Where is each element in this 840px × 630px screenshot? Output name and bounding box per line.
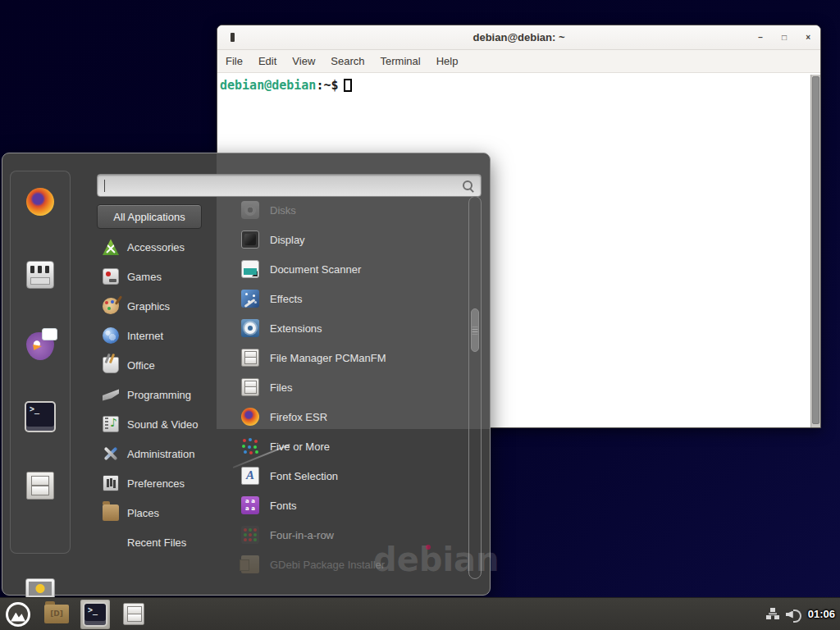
category-programming[interactable]: Programming [97, 380, 221, 409]
category-label: Graphics [127, 300, 170, 313]
app-effects[interactable]: Effects [241, 284, 469, 313]
category-recent-files[interactable]: Recent Files [97, 527, 221, 557]
volume-icon[interactable] [786, 608, 801, 621]
app-label: Four-in-a-row [270, 529, 334, 541]
app-disks[interactable]: Disks [241, 195, 469, 225]
document-scanner-icon [241, 260, 259, 278]
category-graphics[interactable]: Graphics [97, 291, 221, 321]
category-label: Recent Files [127, 536, 186, 549]
application-list: DisksDisplayDocument ScannerEffectsExten… [241, 195, 469, 579]
terminal-titlebar[interactable]: debian@debian: ~ −□× [217, 25, 820, 50]
favorite-firefox-icon[interactable] [26, 188, 54, 216]
app-label: Disks [270, 204, 296, 217]
app-extensions[interactable]: Extensions [241, 313, 469, 343]
app-label: Five or More [270, 441, 330, 453]
taskbar-menu-logo-button[interactable] [3, 600, 33, 629]
app-display[interactable]: Display [241, 225, 469, 254]
category-office[interactable]: Office [97, 350, 221, 380]
app-label: Files [270, 381, 292, 394]
taskbar-tray: 01:06 [766, 608, 840, 621]
favorite-lock-screen-icon[interactable] [25, 578, 55, 599]
category-internet[interactable]: Internet [97, 321, 221, 350]
menubar-search[interactable]: Search [331, 55, 364, 67]
desktop: debian@debian: ~ −□× FileEditViewSearchT… [0, 0, 840, 630]
places-icon [103, 504, 119, 521]
app-file-manager-pcmanfm[interactable]: File Manager PCManFM [241, 343, 469, 372]
terminal-cursor [344, 79, 352, 92]
menu-search-bar[interactable] [97, 174, 482, 197]
menu-logo-icon [6, 602, 30, 627]
app-label: Effects [270, 293, 303, 305]
category-label: Preferences [127, 477, 185, 490]
firefox-icon [241, 408, 259, 426]
taskbar-files-button[interactable] [119, 600, 148, 629]
all-applications-button[interactable]: All Applications [97, 204, 202, 229]
effects-icon [241, 290, 259, 308]
menubar-help[interactable]: Help [436, 55, 459, 67]
favorite-pidgin-icon[interactable] [26, 332, 54, 360]
maximize-button[interactable]: □ [782, 34, 787, 42]
sound-video-icon [103, 416, 119, 432]
taskbar-terminal-button[interactable] [80, 600, 110, 629]
taskbar-launchers [0, 600, 148, 629]
category-accessories[interactable]: Accessories [97, 232, 221, 262]
menubar-file[interactable]: File [226, 55, 243, 67]
terminal-scrollbar[interactable] [810, 75, 820, 427]
search-input[interactable] [107, 180, 462, 192]
app-label: Fonts [270, 500, 297, 512]
network-icon[interactable] [766, 608, 779, 620]
menu-scrollbar-thumb[interactable] [471, 308, 479, 352]
prompt-user: debian@debian [220, 78, 316, 93]
search-caret [104, 180, 105, 192]
close-button[interactable]: × [806, 34, 810, 42]
fonts-icon [241, 496, 259, 514]
app-files[interactable]: Files [241, 372, 469, 402]
app-document-scanner[interactable]: Document Scanner [241, 254, 469, 284]
administration-icon [103, 445, 119, 462]
menu-scrollbar[interactable] [468, 196, 482, 579]
font-selection-icon [241, 467, 259, 485]
app-label: Document Scanner [270, 263, 361, 276]
internet-icon [103, 327, 119, 344]
search-icon [462, 180, 474, 192]
tray-icons [766, 608, 801, 621]
games-icon [103, 268, 119, 285]
category-administration[interactable]: Administration [97, 439, 221, 468]
applications-menu: All Applications AccessoriesGamesGraphic… [2, 153, 491, 596]
category-games[interactable]: Games [97, 262, 221, 291]
category-preferences[interactable]: Preferences [97, 468, 221, 498]
app-label: GDebi Package Installer [270, 559, 385, 571]
app-label: Display [270, 234, 305, 246]
terminal-menubar: FileEditViewSearchTerminalHelp [217, 50, 820, 73]
menubar-view[interactable]: View [292, 55, 315, 67]
favorite-terminal-icon[interactable] [26, 403, 54, 431]
app-gdebi-package-installer[interactable]: GDebi Package Installer [241, 550, 469, 579]
app-label: File Manager PCManFM [270, 352, 386, 364]
app-five-or-more[interactable]: Five or More [241, 431, 469, 461]
category-label: Accessories [127, 241, 185, 253]
app-font-selection[interactable]: Font Selection [241, 461, 469, 491]
gdebi-icon [241, 555, 259, 573]
app-firefox-esr[interactable]: Firefox ESR [241, 402, 469, 431]
category-sound-video[interactable]: Sound & Video [97, 409, 221, 439]
menubar-terminal[interactable]: Terminal [381, 55, 421, 67]
clock[interactable]: 01:06 [808, 608, 835, 620]
app-fonts[interactable]: Fonts [241, 491, 469, 520]
preferences-icon [103, 475, 119, 491]
programming-icon [103, 386, 119, 403]
favorite-control-center-icon[interactable] [26, 261, 54, 289]
taskbar: 01:06 [0, 597, 840, 630]
prompt-suffix: :~$ [316, 78, 338, 93]
terminal-scrollbar-thumb[interactable] [812, 76, 819, 424]
category-places[interactable]: Places [97, 498, 221, 527]
category-label: Games [127, 271, 162, 283]
minimize-button[interactable]: − [758, 34, 763, 42]
favorite-file-cabinet-icon[interactable] [26, 472, 54, 500]
files-icon [241, 378, 259, 396]
favorites-panel [10, 171, 71, 554]
app-four-in-a-row[interactable]: Four-in-a-row [241, 520, 469, 550]
category-label: Internet [127, 330, 163, 342]
graphics-icon [103, 298, 119, 314]
menubar-edit[interactable]: Edit [258, 55, 276, 67]
taskbar-folder-button[interactable] [42, 600, 71, 629]
